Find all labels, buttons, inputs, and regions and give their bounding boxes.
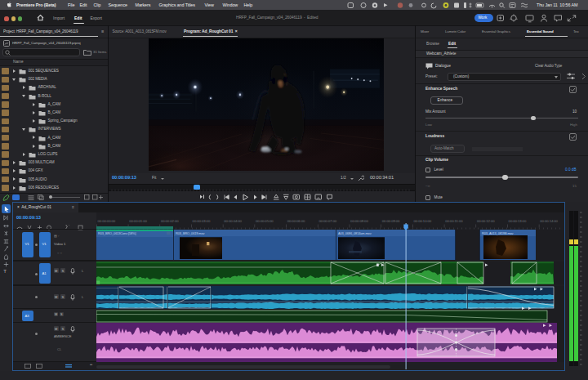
svg-text:00:00:01:00: 00:00:01:00 xyxy=(129,219,147,223)
svg-text:00:00:13:00: 00:00:13:00 xyxy=(509,219,527,223)
svg-text:00:00:03:00: 00:00:03:00 xyxy=(193,219,211,223)
svg-text:00:00:04:00: 00:00:04:00 xyxy=(224,219,242,223)
svg-text:R03_BRO_0613Conv [58%]: R03_BRO_0613Conv [58%] xyxy=(98,231,136,235)
svg-text:A03_0686_0814am.mov: A03_0686_0814am.mov xyxy=(338,231,372,235)
svg-text:00:00:12:00: 00:00:12:00 xyxy=(477,219,495,223)
svg-text:00:00:06:00: 00:00:06:00 xyxy=(287,219,305,223)
svg-text:00:00:00:00: 00:00:00:00 xyxy=(98,219,116,223)
svg-text:00:00:11:00: 00:00:11:00 xyxy=(445,219,463,223)
svg-text:00:00:10:00: 00:00:10:00 xyxy=(414,219,432,223)
svg-text:00:00:14:00: 00:00:14:00 xyxy=(540,219,558,223)
svg-text:00:00:07:00: 00:00:07:00 xyxy=(318,219,336,223)
svg-text:R03_A013_0819B.mov: R03_A013_0819B.mov xyxy=(482,231,514,235)
svg-text:00:00:05:00: 00:00:05:00 xyxy=(256,219,274,223)
svg-text:00:00:09:00: 00:00:09:00 xyxy=(382,219,400,223)
svg-text:00:00:08:00: 00:00:08:00 xyxy=(350,219,368,223)
svg-text:R03_BRO_0619.mov: R03_BRO_0619.mov xyxy=(176,231,205,235)
svg-text:00:00:02:00: 00:00:02:00 xyxy=(161,219,179,223)
